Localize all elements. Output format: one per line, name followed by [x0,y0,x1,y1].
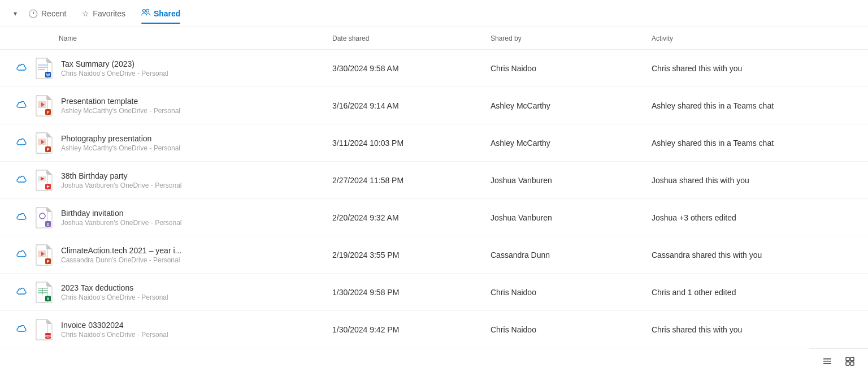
table-row[interactable]: P Photography presentation Ashley McCart… [0,124,868,162]
name-cell: P ClimateAction.tech 2021 – year i... Ca… [11,244,328,266]
svg-point-1 [146,10,149,12]
cloud-sync-icon [16,138,27,148]
file-icon-wrapper: P [34,132,54,154]
name-cell: P Photography presentation Ashley McCart… [11,132,328,154]
shared-by-cell: Chris Naidoo [486,288,647,297]
svg-rect-36 [42,288,43,295]
svg-text:D: D [46,222,49,226]
name-cell: 38th Birthday party Joshua Vanburen's On… [11,169,328,192]
table-body: W Tax Summary (2023) Chris Naidoo's OneD… [0,50,868,348]
table-row[interactable]: W Tax Summary (2023) Chris Naidoo's OneD… [0,50,868,87]
name-cell: W Tax Summary (2023) Chris Naidoo's OneD… [11,57,328,80]
activity-cell: Ashley shared this in a Teams chat [647,139,857,148]
nav-label-favorites: Favorites [93,9,125,18]
col-header-shared-by[interactable]: Shared by [486,34,647,42]
svg-point-0 [142,10,145,12]
list-view-button[interactable] [818,353,836,371]
table-row[interactable]: P ClimateAction.tech 2021 – year i... Ca… [0,236,868,274]
shared-by-cell: Joshua Vanburen [486,213,647,222]
cloud-sync-icon [16,325,27,335]
file-name-info: 38th Birthday party Joshua Vanburen's On… [61,171,182,189]
file-icon-wrapper: P [34,94,54,117]
activity-cell: Ashley shared this in a Teams chat [647,101,857,110]
svg-rect-3 [38,64,47,66]
file-icon-wrapper: W [34,57,54,80]
svg-rect-42 [823,358,831,360]
file-owner: Joshua Vanburen's OneDrive - Personal [61,181,182,189]
col-header-date[interactable]: Date shared [328,34,486,42]
shared-by-cell: Joshua Vanburen [486,176,647,185]
table-header: Name Date shared Shared by Activity [0,27,868,50]
svg-rect-47 [846,362,849,365]
file-icon-wrapper: X [34,281,54,304]
svg-rect-48 [850,362,854,365]
shared-by-cell: Chris Naidoo [486,325,647,334]
file-name-info: Presentation template Ashley McCarthy's … [61,97,180,115]
file-name-info: ClimateAction.tech 2021 – year i... Cass… [61,246,181,264]
nav-item-shared[interactable]: Shared [134,3,187,23]
file-name: 38th Birthday party [61,171,182,180]
date-cell: 1/30/2024 9:42 PM [328,325,486,334]
activity-cell: Chris and 1 other edited [647,288,857,297]
table-row[interactable]: PDF Invoice 03302024 Chris Naidoo's OneD… [0,311,868,348]
file-name: 2023 Tax deductions [61,283,168,292]
bottom-toolbar [809,348,868,376]
file-owner: Chris Naidoo's OneDrive - Personal [61,293,168,301]
nav-label-shared: Shared [154,9,180,18]
svg-text:PDF: PDF [45,335,51,338]
activity-cell: Cassandra shared this with you [647,250,857,260]
list-view-icon [822,356,832,369]
svg-rect-44 [823,363,831,364]
cloud-sync-icon [16,287,27,297]
file-name: Presentation template [61,97,180,106]
file-name-info: Invoice 03302024 Chris Naidoo's OneDrive… [61,321,168,339]
svg-rect-45 [846,357,849,361]
date-cell: 3/16/2024 9:14 AM [328,101,486,110]
table-row[interactable]: 38th Birthday party Joshua Vanburen's On… [0,162,868,199]
date-cell: 3/11/2024 10:03 PM [328,139,486,148]
activity-cell: Chris shared this with you [647,325,857,334]
table-row[interactable]: P Presentation template Ashley McCarthy'… [0,87,868,124]
activity-cell: Chris shared this with you [647,64,857,73]
shared-icon [141,8,150,19]
favorites-icon: ☆ [82,9,89,18]
file-name: Invoice 03302024 [61,321,168,330]
activity-cell: Joshua shared this with you [647,176,857,185]
date-cell: 2/20/2024 9:32 AM [328,213,486,222]
cloud-sync-icon [16,250,27,260]
table-row[interactable]: D Birthday invitation Joshua Vanburen's … [0,199,868,236]
file-owner: Ashley McCarthy's OneDrive - Personal [61,144,180,152]
name-cell: D Birthday invitation Joshua Vanburen's … [11,206,328,229]
svg-text:P: P [47,260,50,263]
svg-rect-43 [823,361,831,362]
file-icon-wrapper: D [34,206,54,229]
file-name: Photography presentation [61,134,180,143]
cloud-sync-icon [16,101,27,111]
file-name: Tax Summary (2023) [61,59,168,68]
grid-view-button[interactable] [841,353,859,371]
nav-chevron[interactable]: ▾ [11,7,19,20]
file-name-info: Birthday invitation Joshua Vanburen's On… [61,209,182,227]
svg-text:X: X [47,297,50,301]
shared-by-cell: Ashley McCarthy [486,139,647,148]
cloud-sync-icon [16,213,27,223]
activity-cell: Joshua +3 others edited [647,213,857,222]
shared-by-cell: Chris Naidoo [486,64,647,73]
cloud-sync-icon [16,175,27,185]
date-cell: 2/27/2024 11:58 PM [328,176,486,185]
top-nav: ▾ 🕐 Recent ☆ Favorites Shared [0,0,868,27]
nav-item-favorites[interactable]: ☆ Favorites [75,5,132,23]
nav-item-recent[interactable]: 🕐 Recent [21,5,73,23]
recent-icon: 🕐 [28,9,38,18]
svg-text:P: P [47,110,50,114]
file-name: Birthday invitation [61,209,182,218]
file-icon-wrapper: P [34,244,54,266]
col-header-activity[interactable]: Activity [647,34,857,42]
table-row[interactable]: X 2023 Tax deductions Chris Naidoo's One… [0,274,868,311]
cloud-sync-icon [16,63,27,74]
file-name-info: Tax Summary (2023) Chris Naidoo's OneDri… [61,59,168,77]
col-header-name[interactable]: Name [11,34,328,42]
svg-rect-46 [850,357,854,361]
file-owner: Cassandra Dunn's OneDrive - Personal [61,256,181,264]
date-cell: 3/30/2024 9:58 AM [328,64,486,73]
